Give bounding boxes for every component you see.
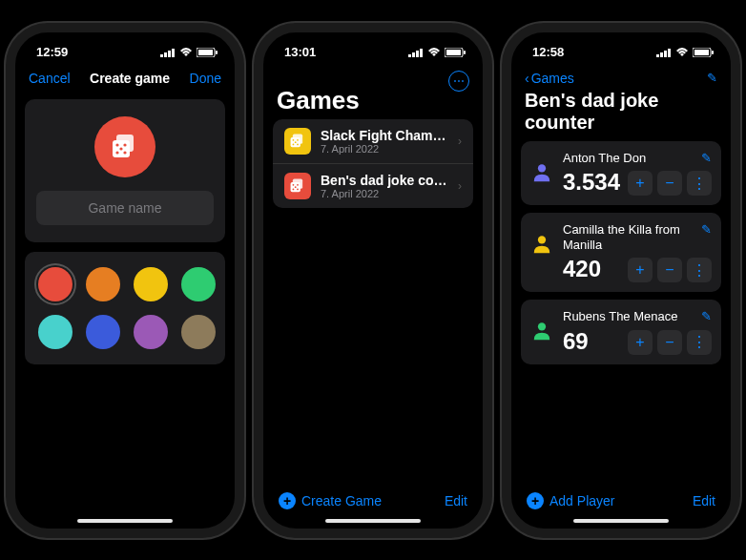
notch [573,32,669,53]
player-name: Anton The Don [563,151,646,166]
game-row[interactable]: Slack Fight Champi…7. April 2022› [273,119,473,163]
svg-rect-40 [694,50,709,55]
svg-point-26 [297,143,299,145]
svg-rect-1 [164,52,167,57]
svg-point-10 [123,143,126,146]
player-card: Anton The Don✎3.534+−⋮ [521,141,721,206]
more-button[interactable]: ⋮ [687,171,712,196]
navbar: Cancel Create game Done [15,67,235,90]
home-indicator[interactable] [325,519,421,523]
svg-point-12 [123,151,126,154]
game-row[interactable]: Ben's dad joke cou…7. April 2022› [273,163,473,208]
home-indicator[interactable] [573,519,669,523]
color-grid [25,252,225,364]
clock: 12:58 [532,45,564,59]
cancel-button[interactable]: Cancel [29,71,71,86]
svg-point-27 [295,141,297,143]
avatar [528,222,555,282]
chevron-left-icon: ‹ [525,71,529,86]
ellipsis-icon: ⋯ [453,74,465,88]
decrement-button[interactable]: − [657,171,682,196]
color-swatch[interactable] [38,315,73,349]
page-title: Create game [90,71,170,86]
avatar [528,309,555,355]
battery-icon [445,48,466,57]
color-swatch[interactable] [181,267,216,301]
color-swatch[interactable] [86,315,120,349]
game-icon-card [25,99,225,242]
color-picker-card [25,252,225,364]
player-name: Camilla the Killa from Manilla [563,222,701,252]
increment-button[interactable]: + [628,258,653,282]
game-name: Ben's dad joke cou… [321,173,448,188]
done-button[interactable]: Done [190,71,221,86]
edit-player-button[interactable]: ✎ [701,222,712,237]
svg-rect-19 [446,50,461,55]
more-button[interactable]: ⋮ [687,330,712,355]
increment-button[interactable]: + [628,330,653,355]
svg-point-42 [538,164,546,172]
create-game-button[interactable]: + Create Game [279,492,382,509]
game-date: 7. April 2022 [321,143,448,155]
avatar [528,151,555,197]
svg-rect-3 [172,49,175,57]
person-icon [531,321,552,342]
edit-button[interactable]: Edit [445,493,467,508]
svg-point-44 [538,323,546,331]
more-button[interactable]: ⋮ [687,258,712,282]
edit-game-button[interactable]: ✎ [707,71,717,85]
decrement-button[interactable]: − [657,330,682,355]
dice-icon [112,134,138,160]
svg-point-24 [297,138,299,140]
svg-point-23 [293,138,295,140]
color-swatch[interactable] [134,267,168,301]
svg-rect-38 [668,49,671,57]
edit-player-button[interactable]: ✎ [701,309,712,323]
page-title: Ben's dad joke counter [511,90,731,137]
back-label: Games [531,71,574,86]
svg-rect-0 [160,54,163,57]
phone-create-game: 12:59 Cancel Create game Done [6,23,244,538]
battery-icon [197,48,218,57]
svg-point-9 [115,143,118,146]
create-game-label: Create Game [301,493,382,508]
decrement-button[interactable]: − [657,258,682,282]
dice-icon [284,173,311,199]
svg-point-11 [115,151,118,154]
back-button[interactable]: ‹ Games [525,71,574,86]
game-name-input[interactable] [36,191,214,225]
color-swatch[interactable] [181,315,216,349]
svg-rect-17 [420,49,423,57]
player-score: 69 [563,328,589,355]
svg-point-43 [538,236,546,243]
add-player-button[interactable]: + Add Player [527,492,614,509]
toolbar: + Create Game Edit [263,483,483,519]
player-score: 420 [563,256,601,282]
chevron-right-icon: › [458,179,462,193]
wifi-icon [179,48,193,57]
edit-button[interactable]: Edit [693,493,715,508]
color-swatch[interactable] [38,267,73,301]
add-player-label: Add Player [549,493,614,508]
svg-point-32 [293,188,295,190]
increment-button[interactable]: + [628,171,653,196]
edit-player-button[interactable]: ✎ [701,151,712,165]
player-card: Rubens The Menace✎69+−⋮ [521,300,721,364]
svg-point-30 [293,183,295,185]
svg-point-31 [297,183,299,185]
home-indicator[interactable] [77,519,173,523]
game-icon-preview [94,116,155,177]
color-swatch[interactable] [134,315,168,349]
game-date: 7. April 2022 [321,188,448,199]
svg-rect-20 [464,51,466,54]
svg-rect-16 [416,51,419,57]
player-card: Camilla the Killa from Manilla✎420+−⋮ [521,213,721,292]
clock: 13:01 [284,45,316,59]
more-button[interactable]: ⋯ [448,71,469,92]
dice-icon [284,128,311,155]
navbar: ‹ Games ✎ [511,67,731,90]
color-swatch[interactable] [86,267,120,301]
svg-rect-36 [660,52,663,57]
svg-rect-15 [412,52,415,57]
plus-icon: + [527,492,544,509]
